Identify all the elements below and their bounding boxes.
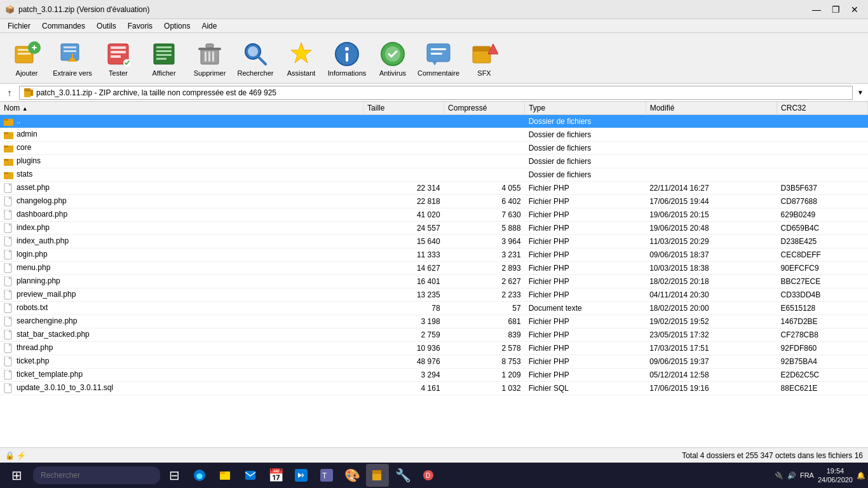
taskbar-paint3d[interactable]: 🎨 (341, 464, 363, 487)
table-row[interactable]: .. Dossier de fichiers (0, 115, 868, 128)
col-header-nom[interactable]: Nom (0, 102, 363, 115)
notification-button[interactable]: 🔔 (857, 471, 865, 480)
menu-favoris[interactable]: Favoris (123, 20, 158, 32)
menu-commandes[interactable]: Commandes (37, 20, 90, 32)
cell-compressed (444, 155, 525, 168)
rechercher-button[interactable]: Rechercher (234, 36, 277, 81)
table-row[interactable]: preview_mail.php 13 235 2 233 Fichier PH… (0, 288, 868, 302)
taskbar-vscode[interactable] (290, 464, 313, 487)
rechercher-icon (241, 40, 269, 68)
taskbar-search-input[interactable] (33, 466, 160, 484)
col-header-compresse[interactable]: Compressé (444, 102, 525, 115)
cell-modified: 09/06/2015 18:37 (646, 248, 776, 262)
svg-text:D: D (426, 472, 430, 479)
col-header-modifie[interactable]: Modifié (646, 102, 776, 115)
cell-modified: 19/06/2015 20:48 (646, 222, 776, 235)
menu-outils[interactable]: Outils (92, 20, 121, 32)
commentaire-button[interactable]: Commentaire (417, 36, 460, 81)
svg-rect-16 (156, 46, 172, 48)
menu-fichier[interactable]: Fichier (3, 20, 36, 32)
cell-type: Fichier PHP (525, 222, 646, 235)
ajouter-button[interactable]: Ajouter (5, 36, 48, 81)
taskbar-winrar[interactable] (366, 464, 389, 487)
cell-compressed: 2 233 (444, 288, 525, 302)
table-row[interactable]: robots.txt 78 57 Document texte 18/02/20… (0, 302, 868, 315)
taskbar-misc2[interactable]: D (417, 464, 440, 487)
antivirus-icon (379, 40, 407, 68)
svg-rect-5 (34, 45, 35, 50)
menu-options[interactable]: Options (159, 20, 195, 32)
back-button[interactable]: ↑ (3, 86, 17, 100)
informations-button[interactable]: Informations (325, 36, 369, 81)
extraire-vers-button[interactable]: Extraire vers (51, 36, 94, 81)
cell-type: Fichier PHP (525, 288, 646, 302)
table-row[interactable]: planning.php 16 401 2 627 Fichier PHP 18… (0, 275, 868, 288)
taskbar-time: 19:54 (818, 466, 853, 475)
taskbar-right: 🔌 🔊 FRA 19:54 24/06/2020 🔔 (775, 466, 865, 485)
path-dropdown-button[interactable]: ▼ (855, 86, 865, 100)
table-row[interactable]: plugins Dossier de fichiers (0, 155, 868, 168)
maximize-button[interactable]: ❐ (827, 3, 844, 16)
content-area: Nom Taille Compressé Type Modifié CRC32 … (0, 102, 868, 447)
afficher-button[interactable]: Afficher (142, 36, 186, 81)
antivirus-button[interactable]: Antivirus (371, 36, 414, 81)
cell-size: 11 333 (363, 248, 444, 262)
taskbar-outlook[interactable] (239, 464, 262, 487)
menu-aide[interactable]: Aide (196, 20, 222, 32)
taskbar-calendar[interactable]: 📅 (264, 464, 287, 487)
status-bar: 🔒 ⚡ Total 4 dossiers et 255 347 octets d… (0, 447, 868, 463)
taskbar-explorer[interactable] (214, 464, 236, 487)
cell-name: stat_bar_stacked.php (0, 329, 363, 342)
table-row[interactable]: admin Dossier de fichiers (0, 128, 868, 142)
extraire-vers-icon (58, 40, 86, 68)
close-button[interactable]: ✕ (846, 3, 863, 16)
table-row[interactable]: stats Dossier de fichiers (0, 168, 868, 182)
taskbar-teams[interactable]: T (315, 464, 338, 487)
table-row[interactable]: changelog.php 22 818 6 402 Fichier PHP 1… (0, 195, 868, 208)
cell-compressed: 7 630 (444, 208, 525, 222)
table-row[interactable]: login.php 11 333 3 231 Fichier PHP 09/06… (0, 248, 868, 262)
table-row[interactable]: stat_bar_stacked.php 2 759 839 Fichier P… (0, 329, 868, 342)
assistant-icon (287, 40, 315, 68)
taskbar-edge[interactable] (188, 464, 211, 487)
table-row[interactable]: thread.php 10 936 2 578 Fichier PHP 17/0… (0, 342, 868, 355)
sfx-button[interactable]: SFX (463, 36, 506, 81)
cell-compressed: 2 893 (444, 262, 525, 275)
cell-type: Fichier PHP (525, 315, 646, 329)
table-row[interactable]: ticket_template.php 3 294 1 209 Fichier … (0, 369, 868, 382)
cell-crc (777, 115, 868, 128)
svg-rect-45 (31, 90, 33, 96)
table-row[interactable]: index.php 24 557 5 888 Fichier PHP 19/06… (0, 222, 868, 235)
cell-name: changelog.php (0, 195, 363, 208)
tester-button[interactable]: Tester (97, 36, 140, 81)
taskbar-clock[interactable]: 19:54 24/06/2020 (818, 466, 853, 485)
table-row[interactable]: asset.php 22 314 4 055 Fichier PHP 22/11… (0, 182, 868, 195)
col-header-type[interactable]: Type (525, 102, 646, 115)
taskbar-language[interactable]: FRA (800, 471, 814, 479)
cell-crc: D3B5F637 (777, 182, 868, 195)
cell-modified (646, 128, 776, 142)
minimize-button[interactable]: — (808, 3, 825, 16)
svg-rect-37 (431, 48, 446, 50)
col-header-taille[interactable]: Taille (363, 102, 444, 115)
start-button[interactable]: ⊞ (3, 464, 31, 487)
table-row[interactable]: index_auth.php 15 640 3 964 Fichier PHP … (0, 235, 868, 248)
cell-name: update_3.0.10_to_3.0.11.sql (0, 382, 363, 395)
table-row[interactable]: searchengine.php 3 198 681 Fichier PHP 1… (0, 315, 868, 329)
taskbar-task-view[interactable]: ⊟ (163, 464, 186, 487)
taskbar-misc1[interactable]: 🔧 (391, 464, 414, 487)
table-row[interactable]: dashboard.php 41 020 7 630 Fichier PHP 1… (0, 208, 868, 222)
assistant-button[interactable]: Assistant (280, 36, 323, 81)
cell-name: plugins (0, 155, 363, 168)
table-row[interactable]: update_3.0.10_to_3.0.11.sql 4 161 1 032 … (0, 382, 868, 395)
cell-size (363, 115, 444, 128)
table-row[interactable]: ticket.php 48 976 8 753 Fichier PHP 09/0… (0, 355, 868, 369)
table-row[interactable]: menu.php 14 627 2 893 Fichier PHP 10/03/… (0, 262, 868, 275)
svg-line-28 (259, 57, 266, 64)
table-row[interactable]: core Dossier de fichiers (0, 142, 868, 155)
col-header-crc32[interactable]: CRC32 (777, 102, 868, 115)
cell-modified: 04/11/2014 20:30 (646, 288, 776, 302)
cell-name: stats (0, 168, 363, 182)
supprimer-button[interactable]: Supprimer (188, 36, 231, 81)
cell-modified: 23/05/2015 17:32 (646, 329, 776, 342)
